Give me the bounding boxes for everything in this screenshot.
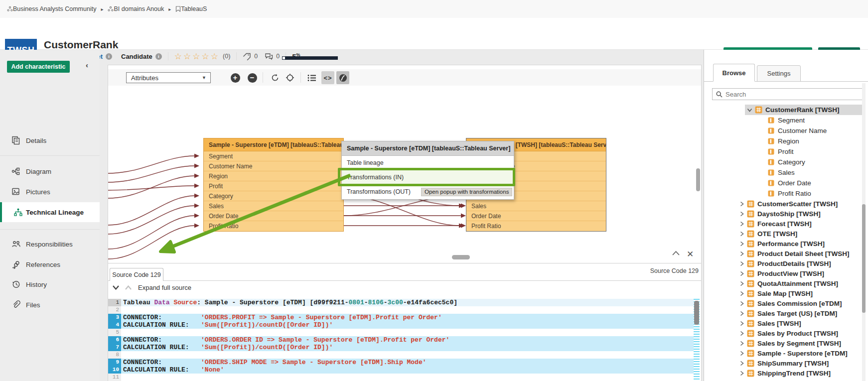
chevron-right-icon[interactable] — [740, 201, 744, 207]
tab-browse[interactable]: Browse — [713, 64, 755, 82]
zoom-out-button[interactable]: − — [246, 71, 259, 84]
node-field-customer-name[interactable]: Customer Name — [204, 161, 343, 171]
tree-item-worksheet[interactable]: Sales by Product [TWSH] — [738, 328, 863, 338]
tree-item-worksheet[interactable]: Sales Target (US) [eTDM] — [738, 308, 863, 318]
node-field-profit[interactable]: Profit — [204, 181, 343, 191]
node-field-sales[interactable]: Sales — [204, 201, 343, 211]
chevron-right-icon[interactable] — [740, 361, 744, 366]
chevron-down-icon[interactable] — [747, 108, 752, 112]
node-field-order-date[interactable]: Order Date — [204, 211, 343, 221]
chevron-right-icon[interactable] — [740, 281, 744, 286]
chevron-right-icon[interactable] — [740, 311, 744, 316]
chevron-right-icon[interactable] — [740, 291, 744, 296]
tree-item-column[interactable]: Profit — [768, 146, 863, 157]
tab-settings[interactable]: Settings — [757, 65, 801, 82]
sidebar-item-diagram[interactable]: Diagram — [0, 162, 100, 180]
zoom-in-button[interactable]: + — [229, 71, 242, 84]
tree-item-worksheet[interactable]: CustomerScatter [TWSH] — [738, 199, 863, 209]
chevron-right-icon[interactable] — [740, 221, 744, 227]
chevron-right-icon[interactable] — [740, 321, 744, 326]
chevron-right-icon[interactable] — [740, 271, 744, 276]
info-icon[interactable]: i — [106, 53, 112, 60]
context-menu-item-transformations-in-[interactable]: Transformations (IN) — [342, 170, 514, 185]
search-input[interactable] — [725, 91, 850, 98]
comments-icon[interactable] — [265, 53, 273, 60]
sidebar-item-pictures[interactable]: Pictures — [0, 183, 100, 201]
rating-stars[interactable]: ☆☆☆☆☆ — [174, 51, 220, 62]
tree-item-root[interactable]: CustomerRank [TWSH] — [745, 105, 862, 115]
sidebar-item-details[interactable]: Details — [0, 131, 100, 149]
tree-item-worksheet[interactable]: Performance [TWSH] — [738, 239, 863, 249]
breadcrumb-item[interactable]: Business Analysts Community — [7, 5, 96, 12]
node-field-profit-ratio[interactable]: Profit Ratio — [466, 221, 606, 231]
node-field-segment[interactable]: Segment — [204, 151, 343, 161]
chevron-right-icon[interactable] — [740, 231, 744, 237]
tree-item-column[interactable]: Customer Name — [768, 126, 863, 136]
chevron-right-icon[interactable] — [740, 251, 744, 256]
context-menu-item-table-lineage[interactable]: Table lineage — [342, 156, 514, 170]
canvas-horizontal-scrollbar[interactable] — [452, 255, 470, 259]
tree-item-column[interactable]: Order Date — [768, 178, 863, 188]
node-field-sales[interactable]: Sales — [466, 201, 606, 211]
tree-item-worksheet[interactable]: ShipSummary [TWSH] — [738, 358, 863, 368]
lineage-node-source[interactable]: Sample - Superstore [eTDM] [tableauS::Ta… — [203, 138, 344, 232]
tree-item-worksheet[interactable]: Sample - Superstore [eTDM] — [738, 348, 863, 358]
tree-scrollbar-thumb[interactable] — [862, 204, 866, 313]
tree-item-worksheet[interactable]: DaystoShip [TWSH] — [738, 209, 863, 219]
sidebar-collapse-icon[interactable]: ‹ — [86, 61, 88, 69]
tree-item-worksheet[interactable]: Product Detail Sheet [TWSH] — [738, 249, 863, 258]
chevron-right-icon[interactable] — [740, 211, 744, 217]
tree-item-worksheet[interactable]: ProductDetails [TWSH] — [738, 258, 863, 268]
panel-collapse-icon[interactable] — [672, 250, 680, 256]
breadcrumb-item[interactable]: BI domains Anouk — [108, 5, 164, 12]
tree-item-worksheet[interactable]: Sales Commission [eTDM] — [738, 298, 863, 308]
panel-close-icon[interactable]: ✕ — [687, 249, 694, 259]
trace-toggle-button[interactable] — [336, 71, 349, 84]
chevron-right-icon[interactable] — [740, 261, 744, 266]
chevron-right-icon[interactable] — [740, 351, 744, 356]
center-view-button[interactable] — [284, 71, 296, 84]
source-code-tab[interactable]: Source Code 129 — [110, 268, 163, 281]
tree-item-column[interactable]: Segment — [768, 115, 863, 126]
tree-item-worksheet[interactable]: Sales [TWSH] — [738, 318, 863, 328]
chevron-right-icon[interactable] — [740, 371, 744, 376]
sidebar-item-technical-lineage[interactable]: Technical Lineage — [0, 202, 100, 222]
source-code-viewer[interactable]: 1Tableau Data Source: Sample - Superstor… — [108, 299, 701, 381]
node-field-category[interactable]: Category — [204, 191, 343, 201]
expand-full-source-label[interactable]: Expand full source — [138, 284, 191, 291]
source-code-toggle-button[interactable]: <> — [321, 71, 334, 84]
tree-item-worksheet[interactable]: OTE [TWSH] — [738, 229, 863, 239]
chevron-right-icon[interactable] — [740, 341, 744, 346]
chevron-right-icon[interactable] — [740, 241, 744, 247]
sidebar-item-history[interactable]: History — [0, 275, 100, 293]
sidebar-item-references[interactable]: References — [0, 255, 100, 273]
sidebar-item-files[interactable]: Files — [0, 296, 100, 314]
node-field-region[interactable]: Region — [204, 171, 343, 181]
chevron-right-icon[interactable] — [740, 331, 744, 336]
tree-item-worksheet[interactable]: Sales by Segment [TWSH] — [738, 338, 863, 348]
add-characteristic-button[interactable]: Add characteristic — [7, 61, 70, 73]
tree-item-worksheet[interactable]: Sale Map [TWSH] — [738, 288, 863, 298]
tree-item-column[interactable]: Sales — [768, 167, 863, 178]
expand-down-icon[interactable] — [112, 285, 120, 290]
chevron-right-icon[interactable] — [740, 301, 744, 306]
expand-up-icon[interactable] — [125, 285, 132, 290]
tree-item-worksheet[interactable]: Forecast [TWSH] — [738, 219, 863, 229]
attributes-dropdown[interactable]: Attributes▼ — [126, 72, 211, 83]
info-icon[interactable]: i — [155, 53, 162, 60]
refresh-button[interactable] — [269, 71, 282, 84]
breadcrumb-item[interactable]: TableauS — [175, 5, 207, 12]
sidebar-item-responsibilities[interactable]: Responsibilities — [0, 235, 100, 253]
tree-item-worksheet[interactable]: ProductView [TWSH] — [738, 268, 863, 278]
tree-item-worksheet[interactable]: ShippingTrend [TWSH] — [738, 368, 863, 378]
code-scrollbar-thumb[interactable] — [694, 301, 699, 325]
tree-item-column[interactable]: Profit Ratio — [768, 188, 863, 199]
tree-item-column[interactable]: Category — [768, 157, 863, 167]
tag-icon[interactable] — [243, 53, 251, 60]
list-view-button[interactable] — [305, 71, 318, 84]
canvas-vertical-scrollbar[interactable] — [696, 168, 700, 191]
node-field-order-date[interactable]: Order Date — [466, 211, 606, 221]
tree-item-column[interactable]: Region — [768, 136, 863, 146]
tree-item-worksheet[interactable]: QuotaAttainment [TWSH] — [738, 278, 863, 288]
node-field-profit-ratio[interactable]: Profit Ratio — [204, 221, 343, 231]
